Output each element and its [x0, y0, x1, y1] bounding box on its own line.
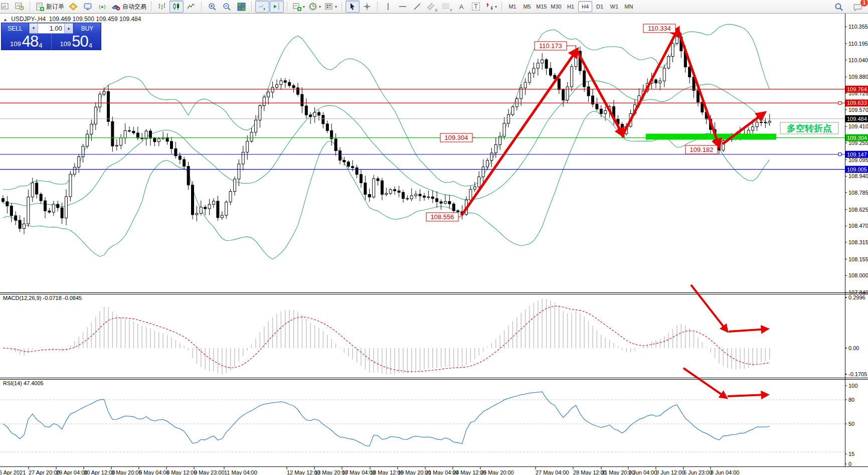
indicators-button[interactable]: ▾	[291, 1, 306, 13]
svg-text:109.304: 109.304	[445, 134, 468, 141]
tf-M30[interactable]: M30	[549, 1, 563, 12]
svg-text:110.040: 110.040	[848, 57, 868, 63]
new-order-button[interactable]: 新订单	[34, 1, 66, 13]
ohlc-high: 109.500	[73, 16, 94, 23]
text-label-icon: T	[472, 3, 479, 11]
tick-chart-icon	[15, 2, 24, 11]
new-order-icon	[35, 2, 45, 12]
svg-text:110.355: 110.355	[848, 24, 868, 30]
sell-price[interactable]: 109 48 4	[2, 34, 52, 50]
candle-chart-button[interactable]	[169, 1, 184, 13]
arrows-caret-icon: ▾	[495, 5, 497, 9]
chart-shift-button[interactable]	[270, 1, 284, 13]
profiles-icon	[1, 2, 10, 11]
text-button[interactable]: A	[454, 1, 468, 13]
vertical-line-icon	[385, 2, 392, 11]
metaeditor-button[interactable]	[66, 1, 80, 13]
zoom-out-icon	[222, 2, 232, 12]
svg-text:100: 100	[848, 383, 857, 389]
rsi-label: RSI(14) 47.4005	[3, 380, 44, 386]
ohlc-close: 109.484	[119, 16, 141, 23]
svg-text:15: 15	[848, 451, 854, 457]
templates-icon	[324, 2, 334, 12]
cursor-icon	[348, 2, 357, 11]
svg-text:-0.1705: -0.1705	[848, 371, 867, 377]
market-watch-button[interactable]	[81, 1, 95, 13]
new-order-label: 新订单	[46, 3, 64, 11]
buy-price[interactable]: 109 50 4	[52, 34, 101, 50]
volume-up-button[interactable]: ▲	[64, 23, 73, 34]
trendline-button[interactable]	[410, 1, 424, 13]
indicators-caret-icon: ▾	[303, 5, 305, 9]
fibonacci-button[interactable]: F	[440, 1, 454, 13]
arrows-button[interactable]: ▾	[483, 1, 498, 13]
zoom-out-button[interactable]	[220, 1, 234, 13]
templates-button[interactable]: ▾	[323, 1, 338, 13]
svg-text:109.410: 109.410	[848, 123, 868, 129]
text-icon: A	[459, 3, 464, 11]
buy-button[interactable]: BUY	[73, 23, 101, 34]
chat-button[interactable]: 1	[851, 1, 865, 13]
svg-text:109.182: 109.182	[690, 146, 714, 153]
svg-text:2 Jun 04:00: 2 Jun 04:00	[628, 469, 657, 475]
equidistant-channel-button[interactable]: E	[425, 1, 439, 13]
tf-M1[interactable]: M1	[505, 1, 519, 12]
tf-MN[interactable]: MN	[622, 1, 636, 12]
crosshair-icon	[363, 2, 372, 11]
profiles-button[interactable]	[0, 1, 12, 13]
tf-H4[interactable]: H4	[578, 1, 592, 12]
autoscroll-button[interactable]	[255, 1, 269, 13]
channel-glyph: E	[435, 9, 438, 12]
svg-text:109.633: 109.633	[847, 100, 867, 106]
collapse-panel-icon[interactable]: ▲	[3, 17, 8, 22]
tile-windows-button[interactable]	[234, 1, 248, 13]
svg-text:108.470: 108.470	[848, 223, 868, 229]
svg-text:108.315: 108.315	[848, 239, 868, 245]
vertical-line-button[interactable]	[381, 1, 395, 13]
tf-W1[interactable]: W1	[607, 1, 621, 12]
svg-text:5 May 04:00: 5 May 04:00	[139, 469, 169, 475]
sell-price-sup: 4	[39, 42, 42, 49]
tick-chart-button[interactable]	[13, 1, 27, 13]
periods-caret-icon: ▾	[319, 5, 321, 9]
buy-price-big: 50	[72, 34, 88, 49]
crosshair-button[interactable]	[360, 1, 374, 13]
svg-text:50: 50	[848, 421, 854, 427]
ohlc-low: 109.459	[96, 16, 117, 23]
svg-text:0: 0	[848, 461, 851, 467]
search-button[interactable]	[832, 1, 846, 13]
svg-text:27 May 04:00: 27 May 04:00	[536, 469, 569, 475]
svg-text:108.625: 108.625	[848, 207, 868, 213]
line-chart-button[interactable]	[184, 1, 198, 13]
svg-text:6 May 12:00: 6 May 12:00	[166, 469, 197, 475]
signals-button[interactable]	[95, 1, 109, 13]
sell-price-base: 109	[10, 39, 21, 49]
svg-text:26 Apr 2021: 26 Apr 2021	[0, 469, 26, 475]
zoom-in-button[interactable]	[205, 1, 219, 13]
macd-label: MACD(12,26,9) -0.0718 -0.0845	[3, 295, 82, 301]
tf-H1[interactable]: H1	[564, 1, 578, 12]
bar-chart-button[interactable]	[155, 1, 169, 13]
volume-input[interactable]: 1.00	[38, 23, 64, 34]
autoscroll-icon	[258, 2, 267, 11]
symbol-info-line: ▲ USDJPY-,H4 109.469 109.500 109.459 109…	[3, 16, 141, 23]
svg-text:109.764: 109.764	[847, 86, 867, 92]
tf-D1[interactable]: D1	[593, 1, 607, 12]
svg-text:110.173: 110.173	[539, 42, 562, 50]
autotrading-button[interactable]: 自动交易	[110, 1, 148, 13]
fibo-glyph: F	[450, 9, 452, 12]
horizontal-line-button[interactable]	[396, 1, 410, 13]
hline-handle	[838, 101, 841, 104]
volume-down-button[interactable]: ▼	[29, 23, 38, 34]
periods-button[interactable]: ▾	[307, 1, 322, 13]
autotrading-icon	[111, 2, 121, 12]
indicators-icon	[292, 2, 302, 12]
tf-M5[interactable]: M5	[520, 1, 534, 12]
candle-chart-icon	[172, 2, 181, 11]
sell-button[interactable]: SELL	[2, 23, 29, 34]
chart-canvas[interactable]: 110.355110.195110.040109.880109.725109.5…	[0, 14, 868, 475]
tf-M15[interactable]: M15	[535, 1, 549, 12]
cursor-button[interactable]	[345, 1, 360, 13]
search-icon	[834, 2, 844, 12]
text-label-button[interactable]: T	[469, 1, 483, 13]
